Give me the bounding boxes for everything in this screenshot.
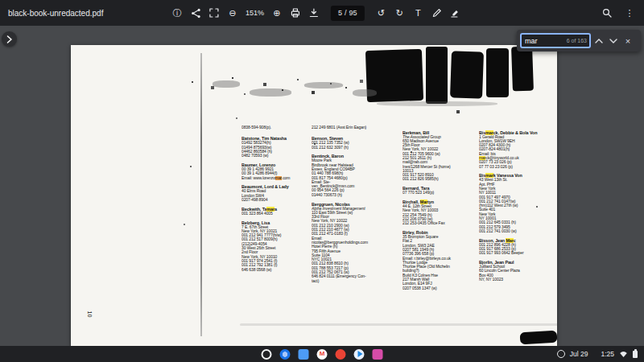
entry-line: tact) [312,279,397,283]
scan-artifact [511,47,534,92]
download-icon[interactable] [306,5,322,21]
scan-artifact [426,47,448,104]
page-fold-shadow [200,53,202,336]
search-icon[interactable] [599,5,615,21]
scan-artifact [304,82,343,88]
directory-entry: Birchall, Martyn44 E. 12th StreetNew Yor… [402,200,473,225]
undo-icon[interactable]: ↺ [373,5,389,21]
page-indicator[interactable]: 5 / 95 [331,6,365,21]
text-annotation-icon[interactable]: T [410,5,426,21]
directory-entry: Baumer, Lorenzo00 39 1 4286 992100 39 1 … [242,162,306,180]
page-total: 95 [349,9,357,17]
fit-page-icon[interactable] [206,5,222,21]
notification-badge-icon [557,350,565,358]
entry-line: 07 77 03 23 026 (p) [479,165,548,169]
pdf-toolbar: black-book-unredacted.pdf ⓘ ⊖ 151% ⊕ 5 /… [0,0,644,26]
column-top-note: 212 249 6801 (Asst Erin Eagan) [312,125,397,130]
battery-icon [633,351,638,358]
scan-artifact [250,88,291,97]
launcher-button[interactable] [262,349,272,360]
entry-line: 01440 730673 (h) [312,193,397,197]
zoom-out-icon[interactable]: ⊖ [225,5,241,21]
shelf: M Jul 29 1:25 [0,346,644,362]
directory-entry: Bismarck, Debbie & Bola Von1 Gerald Road… [479,130,548,169]
entry-line: 07 770 523 149(p) [402,191,473,195]
scanned-page-number: 10 [87,311,93,318]
pen-icon[interactable] [428,5,444,21]
column-top-note: 0838-594-908(p). [242,125,306,130]
scan-artifact [520,331,557,344]
zoom-in-icon[interactable]: ⊕ [269,5,285,21]
search-match: mar [479,156,485,160]
entry-line: 001 917 993 0642 Beeper [479,251,548,255]
find-input-wrap[interactable]: 6 of 163 [520,33,591,48]
find-previous-icon[interactable] [592,34,605,48]
search-match-current: mar [275,176,282,180]
gmail-icon[interactable]: M [317,349,328,360]
directory-column: Berkman, BillThe Associated Group650 Mad… [402,125,473,290]
files-app-icon[interactable] [299,349,309,360]
scan-speckles [71,45,72,47]
entry-line: 0482 70593 (w) [242,154,306,158]
status-tray[interactable]: Jul 29 1:25 [557,346,638,362]
entry-line: NY, NY 10023 [479,278,548,282]
pink-app-icon[interactable] [373,349,383,360]
directory-column: 0838-594-908(p).Batstone, Tim Natasha014… [242,125,306,290]
tray-time: 1:25 [601,350,614,358]
entry-line: 001 212 741 0030 (w) [479,229,548,233]
directory-column: 212 249 6801 (Asst Erin Eagan)Benson, St… [312,125,397,290]
directory-entry: Berggruen, NicolasAlpha Investment Manag… [312,202,397,283]
directory-entry: Bisson, Jean Marc001 212 896 4228 (h)001… [479,238,548,256]
pdf-content-area[interactable]: 10 0838-594-908(p).Batstone, Tim Natasha… [0,26,644,346]
scan-artifact [353,89,377,97]
chevron-right-icon [6,35,12,43]
sidebar-toggle-button[interactable] [2,31,17,47]
chromeos-screen: black-book-unredacted.pdf ⓘ ⊖ 151% ⊕ 5 /… [0,0,644,362]
info-icon[interactable]: ⓘ [169,5,185,21]
directory-entry: Batstone, Tim Natasha01492 583274(h)0149… [242,136,306,158]
find-bar: 6 of 163 × [517,30,641,51]
directory-entry: Beaumont, Lord & Lady40 Elms RoadLondon … [242,184,306,202]
directory-entry: Benson, Steven001 212 135 7352 (w)001 21… [312,136,397,150]
print-icon[interactable] [287,5,303,21]
filename: black-book-unredacted.pdf [8,9,103,18]
find-result-count: 6 of 163 [567,38,587,43]
entry-line: 001 212 632 3097 (h) [312,146,397,150]
red-app-icon[interactable] [336,349,346,360]
entry-line: 0207-498 8904 [242,198,306,202]
play-triangle-icon [357,351,362,357]
find-close-icon[interactable]: × [621,34,634,48]
wifi-icon [619,351,628,358]
scan-artifact [486,48,509,97]
scan-artifact [213,80,240,88]
directory-entry: Bentinck, BaronMoore ParkBirdbrook near … [312,154,397,197]
scan-artifact [240,323,557,326]
scan-artifact [377,101,497,106]
entry-line: Email: www.lorenzomar.com [242,176,306,180]
page-separator: / [345,9,347,17]
find-next-icon[interactable] [607,34,620,48]
tray-date: Jul 29 [570,350,588,358]
zoom-level: 151% [246,9,264,17]
shelf-app-row: M [262,346,383,362]
scan-artifact [450,51,484,98]
directory-entry: Bjorlin, Jean PaulJuilliard School60 Lin… [479,260,548,282]
directory-entry: Birley, Robin35 Brompton SquareFlat 2Lon… [402,230,473,290]
entry-line: 212 253-0435 Office Fax [402,221,473,225]
more-vert-icon[interactable]: ⋮ [621,5,638,21]
redo-icon[interactable]: ↻ [391,5,407,21]
share-icon[interactable] [188,5,204,21]
entry-line: 001 323 864 4005 [242,212,306,216]
chromium-icon[interactable] [280,349,291,360]
page-current: 5 [338,9,342,17]
entry-line: 0207 0538 1347 (w) [402,286,473,290]
entry-line: 646 638 0568 (w) [242,268,306,272]
directory-entry: Berkman, BillThe Associated Group650 Mad… [402,130,473,182]
directory-entry: Bernard, Tara07 770 523 149(p) [402,186,473,195]
highlighter-icon[interactable] [447,5,463,21]
pdf-page: 10 0838-594-908(p).Batstone, Tim Natasha… [71,45,557,346]
entry-line: 001 212 826 9585(h) [402,177,473,181]
directory-columns: 0838-594-908(p).Batstone, Tim Natasha014… [242,125,548,290]
find-input[interactable] [522,37,564,45]
play-store-icon[interactable] [354,349,365,360]
